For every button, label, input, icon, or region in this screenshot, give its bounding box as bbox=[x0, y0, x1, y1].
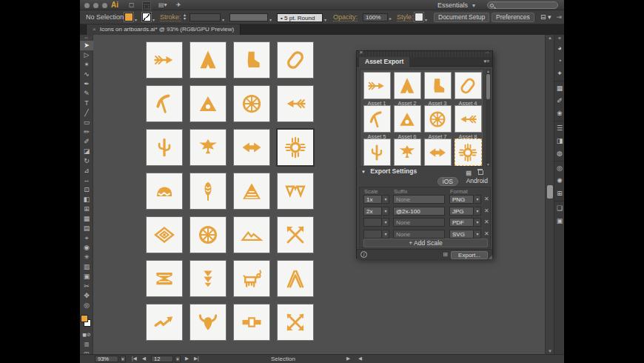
eraser-tool[interactable]: ◪ bbox=[80, 147, 93, 156]
panel-collapse-icon[interactable]: ⇔ bbox=[485, 50, 490, 55]
asset-thumbnail[interactable]: Asset 2 bbox=[392, 72, 422, 107]
asset-thumbnail[interactable]: Asset 8 bbox=[453, 105, 483, 140]
format-caret-icon[interactable]: ▾ bbox=[474, 218, 481, 227]
artboard[interactable] bbox=[278, 86, 313, 121]
window-minimize-button[interactable] bbox=[93, 3, 98, 8]
asset-scroll-up-icon[interactable]: ▲ bbox=[486, 69, 490, 73]
artboard[interactable] bbox=[278, 173, 313, 209]
artboard[interactable] bbox=[147, 173, 182, 209]
curvature-tool[interactable]: ✎ bbox=[80, 89, 93, 99]
artboard[interactable] bbox=[234, 42, 269, 78]
asset-thumbnail[interactable]: Asset 11 bbox=[423, 139, 452, 167]
swatches-panel-icon[interactable]: ▦ bbox=[554, 82, 565, 95]
preferences-button[interactable]: Preferences bbox=[492, 13, 534, 22]
zoom-tool[interactable]: ◎ bbox=[80, 301, 93, 310]
suffix-field[interactable]: @2x-100 bbox=[393, 207, 445, 216]
scale-field[interactable] bbox=[363, 230, 382, 239]
paintbrush-tool[interactable]: ✏ bbox=[80, 127, 93, 137]
expand-panels-icon[interactable]: « bbox=[554, 35, 565, 42]
zoom-level-field[interactable]: 93% bbox=[95, 356, 118, 362]
format-select[interactable]: SVG bbox=[449, 230, 474, 239]
artboard[interactable] bbox=[190, 173, 226, 209]
first-artboard-icon[interactable]: |◀ bbox=[132, 356, 137, 362]
status-left-icon[interactable]: ◀ bbox=[358, 356, 362, 362]
width-tool[interactable]: ↔ bbox=[80, 176, 93, 185]
format-select[interactable]: PDF bbox=[449, 218, 474, 227]
scale-caret-icon[interactable]: ▾ bbox=[383, 218, 389, 227]
window-close-button[interactable] bbox=[84, 3, 90, 8]
free-transform-tool[interactable]: ⊡ bbox=[80, 185, 93, 195]
rotate-tool[interactable]: ↻ bbox=[80, 156, 93, 166]
artboard-caret-icon[interactable]: ▾ bbox=[175, 356, 181, 362]
type-tool[interactable]: T bbox=[80, 99, 93, 108]
prev-artboard-icon[interactable]: ◀ bbox=[142, 356, 146, 362]
collapse-controlbar-icon[interactable]: ⇥ bbox=[556, 13, 562, 21]
info-icon[interactable]: i bbox=[360, 251, 367, 258]
artboard-number-field[interactable]: 12 bbox=[151, 356, 173, 362]
style-swatch[interactable] bbox=[415, 13, 423, 21]
format-caret-icon[interactable]: ▾ bbox=[474, 230, 481, 239]
variable-width-profile-field[interactable] bbox=[229, 13, 268, 21]
status-right-icon[interactable]: ▶ bbox=[346, 356, 350, 362]
line-segment-tool[interactable]: ╱ bbox=[80, 108, 93, 118]
bridge-icon[interactable]: ▢ bbox=[129, 1, 135, 8]
panel-resize-grip[interactable]: ◢ bbox=[489, 254, 492, 260]
remove-scale-icon[interactable]: ✕ bbox=[484, 207, 489, 214]
asset-thumbnail[interactable]: Asset 5 bbox=[362, 105, 392, 140]
stroke-color-swatch[interactable] bbox=[142, 13, 151, 21]
suffix-field[interactable]: None bbox=[393, 230, 445, 239]
panel-close-icon[interactable]: ✕ bbox=[359, 50, 363, 56]
stroke-weight-caret-icon[interactable]: ▾ bbox=[222, 17, 224, 22]
lasso-tool[interactable]: ∿ bbox=[80, 70, 93, 79]
export-button[interactable]: Export... bbox=[451, 251, 488, 259]
artboard[interactable] bbox=[234, 217, 269, 253]
trash-icon[interactable] bbox=[477, 169, 483, 174]
ios-preset-button[interactable]: iOS bbox=[437, 177, 458, 186]
tab-close-icon[interactable]: × bbox=[93, 26, 96, 33]
pencil-tool[interactable]: ✐ bbox=[80, 137, 93, 147]
artboard[interactable] bbox=[190, 42, 226, 78]
stroke-panel-link[interactable]: Stroke: bbox=[160, 13, 181, 21]
color-mode-buttons[interactable]: ◼⊘ bbox=[80, 330, 93, 339]
stroke-weight-field[interactable] bbox=[189, 13, 221, 21]
artboard[interactable] bbox=[147, 130, 182, 165]
width-profile-caret-icon[interactable]: ▾ bbox=[269, 17, 272, 22]
scale-tool[interactable]: ⊿ bbox=[80, 166, 93, 176]
fill-stroke-control[interactable] bbox=[80, 310, 93, 330]
column-graph-tool[interactable]: ▥ bbox=[80, 262, 93, 272]
artboard[interactable] bbox=[147, 304, 182, 340]
blend-tool[interactable]: ◉ bbox=[80, 243, 93, 253]
fill-caret-icon[interactable]: ▾ bbox=[135, 17, 137, 22]
asset-thumbnail[interactable]: Asset 9 bbox=[362, 139, 392, 167]
asset-thumbnail[interactable]: Asset 6 bbox=[392, 105, 422, 140]
collapse-triangle-icon[interactable]: ▼ bbox=[361, 170, 366, 174]
stroke-caret-icon[interactable]: ▾ bbox=[152, 17, 155, 22]
symbols-panel-icon[interactable]: ❀ bbox=[554, 107, 565, 120]
artboard[interactable] bbox=[234, 261, 269, 296]
remove-scale-icon[interactable]: ✕ bbox=[484, 219, 489, 225]
gradient-tool[interactable]: ▤ bbox=[80, 224, 93, 233]
asset-thumbnail[interactable]: Asset 12 bbox=[453, 139, 483, 167]
scale-field[interactable] bbox=[363, 218, 382, 227]
artboard[interactable] bbox=[190, 86, 226, 121]
artboard[interactable] bbox=[234, 304, 269, 340]
fill-color-swatch[interactable] bbox=[124, 13, 133, 21]
appearance-panel-icon[interactable]: ◎ bbox=[554, 162, 565, 175]
rectangle-tool[interactable]: ▭ bbox=[80, 118, 93, 127]
asset-thumbnail[interactable]: Asset 7 bbox=[423, 105, 452, 140]
android-preset-button[interactable]: Android bbox=[466, 177, 488, 185]
pen-tool[interactable]: ✒ bbox=[80, 79, 93, 89]
mesh-tool[interactable]: ▦ bbox=[80, 214, 93, 224]
hand-tool[interactable]: ✥ bbox=[80, 291, 93, 301]
scale-caret-icon[interactable]: ▾ bbox=[383, 207, 389, 216]
layers-panel-icon[interactable]: ❏ bbox=[554, 202, 565, 215]
symbol-sprayer-tool[interactable]: ✳ bbox=[80, 253, 93, 262]
transparency-panel-icon[interactable]: ◍ bbox=[554, 147, 565, 160]
brush-caret-icon[interactable]: ▾ bbox=[324, 17, 326, 22]
asset-thumbnail[interactable]: Asset 10 bbox=[392, 139, 422, 167]
panel-menu-icon[interactable]: ▾≡ bbox=[483, 59, 489, 64]
artboard[interactable] bbox=[147, 86, 182, 121]
pattern-options-panel-icon[interactable]: ✦ bbox=[554, 67, 565, 80]
artboard[interactable] bbox=[147, 261, 182, 296]
brushes-panel-icon[interactable]: ✐ bbox=[554, 95, 565, 107]
